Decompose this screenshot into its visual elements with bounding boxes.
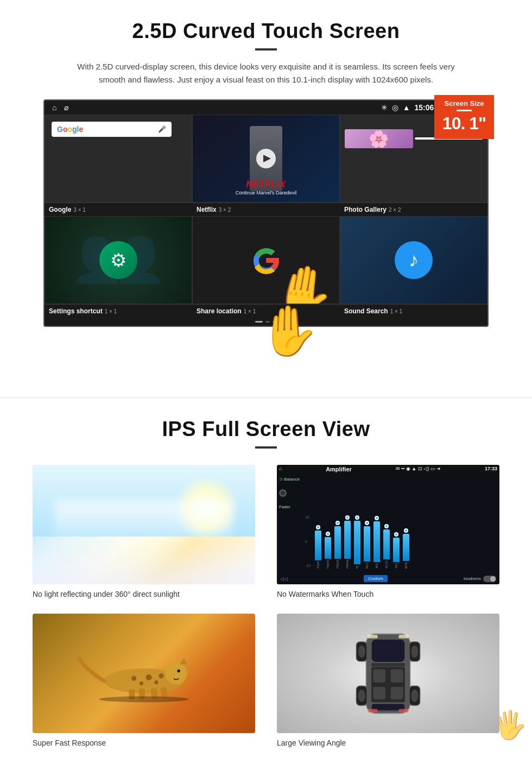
svg-rect-19 bbox=[373, 669, 385, 682]
eq-bar-body-100hz bbox=[325, 537, 331, 559]
feature-car-label: Large Viewing Angle bbox=[277, 739, 499, 747]
eq-bar-body-15k bbox=[393, 538, 400, 562]
eq-dot-2-5k[interactable] bbox=[365, 521, 369, 525]
share-location-app-cell[interactable]: 🤚 bbox=[192, 216, 340, 304]
settings-label-size: 1 × 1 bbox=[105, 308, 117, 314]
eq-label-10k: 10k bbox=[375, 563, 378, 569]
svg-rect-21 bbox=[373, 686, 385, 699]
amp-scale: 10 0 -10 bbox=[305, 514, 311, 569]
feature-img-cheetah bbox=[33, 614, 255, 733]
toggle-track[interactable] bbox=[483, 576, 496, 582]
eq-bar-10k: 10k bbox=[373, 514, 380, 569]
feature-sunlight: No light reflecting under 360° direct su… bbox=[33, 465, 255, 598]
google-cell-content: Google 🎤 bbox=[45, 115, 192, 202]
loudness-toggle: loudness bbox=[464, 576, 496, 582]
share-cell-content: 🤚 bbox=[193, 217, 339, 304]
feature-car: Large Viewing Angle bbox=[277, 614, 499, 747]
section2-title: IPS Full Screen View bbox=[33, 418, 499, 441]
device-wrapper: Screen Size 10. 1" ⌂ ⌀ ✳ ◎ ▲ 15:06 ⊡ ◁) … bbox=[43, 99, 489, 327]
eq-dot-sub[interactable] bbox=[404, 528, 408, 533]
balance-label: Balance bbox=[284, 477, 300, 482]
eq-label-sub: SUB bbox=[404, 562, 408, 569]
eq-dot-60hz[interactable] bbox=[316, 525, 320, 529]
sound-cell-content: ♪ bbox=[340, 217, 487, 304]
music-note-icon: ♪ bbox=[409, 249, 419, 272]
section-curved-touch: 2.5D Curved Touch Screen With 2.5D curve… bbox=[0, 0, 532, 370]
amp-time: 17:33 bbox=[485, 466, 497, 472]
sound-label-size: 1 × 1 bbox=[390, 308, 403, 314]
home-icon[interactable]: ⌂ bbox=[52, 103, 56, 112]
location-icon: ◎ bbox=[392, 103, 398, 112]
netflix-app-label: Netflix 3 × 2 bbox=[192, 203, 340, 216]
netflix-app-cell[interactable]: NETFLIX Continue Marvel's Daredevil bbox=[192, 115, 340, 203]
eq-bar-body-10k bbox=[373, 521, 380, 562]
google-app-cell[interactable]: Google 🎤 bbox=[45, 115, 192, 203]
amp-labels-left: ⊃ Balance Fader bbox=[277, 474, 302, 573]
google-label-size: 3 × 1 bbox=[73, 207, 86, 213]
svg-point-7 bbox=[159, 673, 164, 678]
svg-point-12 bbox=[177, 670, 180, 673]
eq-label-12-5k: 12.5k bbox=[385, 560, 388, 569]
eq-dot-200hz[interactable] bbox=[335, 521, 340, 525]
feature-sunlight-label: No light reflecting under 360° direct su… bbox=[33, 590, 255, 598]
svg-point-31 bbox=[411, 689, 418, 702]
svg-point-4 bbox=[140, 682, 143, 685]
status-bar: ⌂ ⌀ ✳ ◎ ▲ 15:06 ⊡ ◁) ⊠ ▭ bbox=[45, 100, 487, 115]
app-grid-row1: Google 🎤 bbox=[45, 115, 487, 203]
google-app-label: Google 3 × 1 bbox=[45, 203, 192, 216]
eq-bar-500hz: 500hz bbox=[344, 514, 351, 569]
custom-button[interactable]: Custom bbox=[364, 575, 388, 582]
section1-title-underline bbox=[255, 48, 277, 51]
app-grid-row2: 👤 👤 ⚙ bbox=[45, 216, 487, 304]
feature-amplifier: ⌂ Amplifier ✉ •• ◉ ▲ ⊡ ◁) ▭ ➔ 17:33 ⊃ Ba… bbox=[277, 465, 499, 598]
eq-label-100hz: 100hz bbox=[326, 560, 330, 569]
badge-label: Screen Size bbox=[442, 99, 486, 108]
eq-bar-12-5k: 12.5k bbox=[383, 514, 390, 569]
svg-rect-17 bbox=[371, 663, 405, 667]
netflix-play-button[interactable] bbox=[256, 149, 276, 168]
svg-point-2 bbox=[165, 663, 187, 684]
settings-app-cell[interactable]: 👤 👤 ⚙ bbox=[45, 216, 192, 304]
svg-point-29 bbox=[411, 645, 418, 658]
eq-dot-100hz[interactable] bbox=[326, 532, 330, 536]
badge-line bbox=[457, 110, 472, 111]
eq-bar-60hz: 60hz bbox=[315, 514, 321, 569]
eq-label-60hz: 60hz bbox=[316, 562, 320, 569]
amp-equalizer: 10 0 -10 60hz 100hz bbox=[302, 474, 499, 573]
photo-thumb-1: 🌸 bbox=[345, 129, 413, 148]
sound-search-app-label: Sound Search 1 × 1 bbox=[340, 305, 487, 318]
sound-search-app-cell[interactable]: ♪ bbox=[340, 216, 487, 304]
amp-icons: ✉ •• ◉ ▲ ⊡ ◁) ▭ ➔ bbox=[396, 466, 441, 472]
screen-size-badge: Screen Size 10. 1" bbox=[434, 95, 494, 139]
photo-gallery-label-size: 2 × 2 bbox=[389, 207, 401, 213]
eq-bar-body-60hz bbox=[315, 531, 321, 560]
hand-extend-area: ✋ bbox=[33, 327, 499, 354]
google-search-bar[interactable]: Google 🎤 bbox=[52, 122, 172, 137]
amp-title: Amplifier bbox=[326, 466, 352, 472]
eq-dot-15k[interactable] bbox=[394, 532, 398, 537]
eq-bar-2-5k: 2.5k bbox=[364, 514, 370, 569]
feature-img-amplifier: ⌂ Amplifier ✉ •• ◉ ▲ ⊡ ◁) ▭ ➔ 17:33 ⊃ Ba… bbox=[277, 465, 499, 584]
netflix-overlay: NETFLIX Continue Marvel's Daredevil bbox=[198, 180, 334, 195]
balance-knob bbox=[279, 489, 287, 497]
gear-icon: ⚙ bbox=[110, 249, 126, 271]
eq-label-500hz: 500hz bbox=[346, 560, 349, 569]
eq-bar-body-1k bbox=[354, 521, 360, 564]
device-screen: ⌂ ⌀ ✳ ◎ ▲ 15:06 ⊡ ◁) ⊠ ▭ bbox=[43, 99, 489, 327]
share-label-name: Share location bbox=[197, 307, 242, 315]
netflix-subtitle: Continue Marvel's Daredevil bbox=[198, 190, 334, 195]
google-logo: Google bbox=[57, 125, 83, 134]
svg-rect-16 bbox=[371, 639, 405, 662]
car-svg bbox=[353, 621, 423, 727]
eq-dot-12-5k[interactable] bbox=[384, 524, 389, 528]
eq-bar-sub: SUB bbox=[403, 514, 409, 569]
eq-dot-1k[interactable] bbox=[355, 515, 359, 520]
svg-point-14 bbox=[99, 696, 189, 702]
eq-dot-500hz[interactable] bbox=[345, 515, 350, 520]
amp-balance: ⊃ Balance bbox=[279, 477, 300, 482]
svg-marker-13 bbox=[180, 659, 188, 665]
app-labels-row1: Google 3 × 1 Netflix 3 × 2 Photo Gallery… bbox=[45, 203, 487, 216]
eq-bar-body-12-5k bbox=[383, 529, 390, 559]
feature-img-car bbox=[277, 614, 499, 733]
eq-dot-10k[interactable] bbox=[375, 516, 379, 520]
